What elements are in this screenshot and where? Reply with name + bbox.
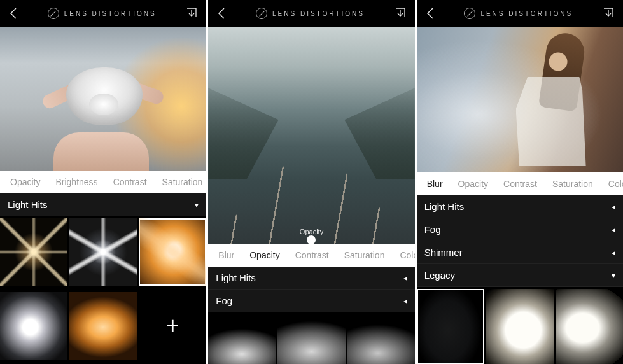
app-brand: LENS DISTORTIONS [48,8,157,19]
chevron-left-icon: ◂ [403,274,407,283]
category-label: Light Hits [424,201,465,212]
screen-2: LENS DISTORTIONS Opacity Blur Opacity Co… [208,0,414,364]
back-button[interactable] [426,7,435,20]
app-title: LENS DISTORTIONS [480,10,573,17]
save-button[interactable] [186,7,197,20]
adjust-tabs: Blur Opacity Contrast Saturation Color [417,172,623,195]
chevron-left-icon [217,7,226,20]
back-button[interactable] [217,7,226,20]
screen-3: LENS DISTORTIONS Blur Opacity Contrast S… [417,0,623,364]
app-title: LENS DISTORTIONS [64,10,157,17]
app-header: LENS DISTORTIONS [0,0,206,27]
effect-thumb[interactable] [277,314,345,364]
download-icon [186,7,197,20]
chevron-down-icon: ▾ [612,271,615,280]
tab-blur[interactable]: Blur [419,179,451,189]
category-light-hits[interactable]: Light Hits ◂ [417,195,623,218]
category-label: Fog [216,295,232,306]
effect-thumb[interactable] [0,292,67,360]
brand-logo-icon [48,8,59,19]
app-brand: LENS DISTORTIONS [464,8,573,19]
category-fog[interactable]: Fog ◂ [208,290,414,312]
download-icon [603,7,614,20]
category-label: Fog [424,224,441,235]
effect-thumbnails [417,287,623,364]
effect-thumb[interactable] [486,289,554,364]
back-button[interactable] [9,7,18,20]
slider-knob[interactable] [307,235,316,244]
category-label: Light Hits [216,272,256,283]
effect-thumb[interactable] [208,314,276,364]
add-effect-button[interactable]: + [139,292,206,360]
tab-color[interactable]: Color [601,179,623,189]
app-title: LENS DISTORTIONS [272,10,365,17]
category-label: Shimmer [424,247,463,258]
effect-thumbnails: + [0,216,206,364]
preview-image[interactable] [417,27,623,172]
save-button[interactable] [603,7,614,20]
tab-contrast[interactable]: Contrast [496,179,545,189]
chevron-down-icon: ▾ [195,200,199,209]
effect-thumb-selected[interactable] [417,289,484,364]
save-button[interactable] [395,7,406,20]
brand-logo-icon [464,8,475,19]
effect-category-header[interactable]: Light Hits ▾ [0,193,206,216]
slider-label: Opacity [300,228,323,235]
effect-category-label: Light Hits [8,199,48,210]
opacity-slider-overlay: Opacity [208,228,414,240]
category-legacy[interactable]: Legacy ▾ [417,264,623,287]
tab-color[interactable]: Color [392,250,414,260]
effect-thumbnails [208,312,414,364]
chevron-left-icon: ◂ [403,297,407,305]
chevron-left-icon [9,7,18,20]
category-fog[interactable]: Fog ◂ [417,218,623,241]
preview-image[interactable]: Opacity [208,27,414,244]
chevron-left-icon: ◂ [612,225,615,234]
download-icon [395,7,406,20]
tab-contrast[interactable]: Contrast [106,177,155,187]
brand-logo-icon [256,8,267,19]
tab-saturation[interactable]: Saturation [545,179,601,189]
tab-contrast[interactable]: Contrast [288,250,337,260]
app-header: LENS DISTORTIONS [417,0,623,27]
effect-thumb[interactable] [69,218,137,286]
app-header: LENS DISTORTIONS [208,0,414,27]
tab-blur[interactable]: Blur [211,250,242,260]
opacity-slider[interactable] [221,239,402,240]
adjust-tabs: Opacity Brightness Contrast Saturation [0,171,206,193]
effect-thumb[interactable] [69,292,137,360]
effect-thumb[interactable] [347,314,415,364]
chevron-left-icon: ◂ [612,248,615,257]
tab-opacity[interactable]: Opacity [451,179,496,189]
chevron-left-icon: ◂ [612,202,615,211]
tab-opacity[interactable]: Opacity [3,177,48,187]
tab-brightness[interactable]: Brightness [48,177,105,187]
category-label: Legacy [424,270,455,281]
tab-saturation[interactable]: Saturation [155,177,207,187]
effect-thumb-selected[interactable] [139,218,206,286]
tab-opacity[interactable]: Opacity [242,250,287,260]
effect-thumb[interactable] [0,218,67,286]
screen-1: LENS DISTORTIONS Opacity Brightness Cont… [0,0,206,364]
effect-thumb[interactable] [556,289,623,364]
app-brand: LENS DISTORTIONS [256,8,365,19]
category-light-hits[interactable]: Light Hits ◂ [208,267,414,290]
preview-image[interactable] [0,27,206,171]
tab-saturation[interactable]: Saturation [337,250,393,260]
adjust-tabs: Blur Opacity Contrast Saturation Color [208,244,414,267]
category-shimmer[interactable]: Shimmer ◂ [417,241,623,264]
chevron-left-icon [426,7,435,20]
